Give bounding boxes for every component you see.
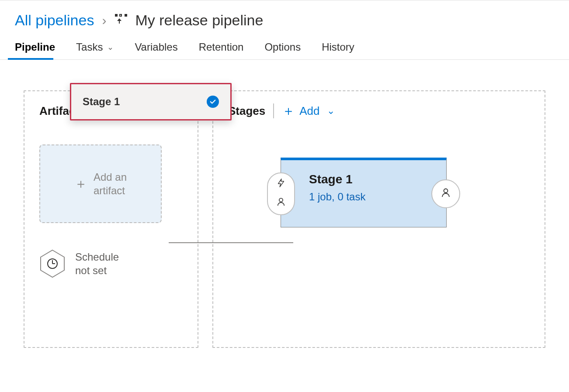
add-artifact-placeholder[interactable]: ＋ Add anartifact xyxy=(39,144,162,223)
stages-panel: Stages ＋ Add ⌄ xyxy=(212,90,545,348)
chevron-down-icon: ⌄ xyxy=(107,42,114,52)
artifacts-panel: Artifacts ＋ Add ＋ Add anartifact xyxy=(24,90,198,348)
stage-predeploy-conditions-button[interactable] xyxy=(267,172,295,215)
add-artifact-placeholder-text: Add anartifact xyxy=(94,170,127,197)
stages-heading: Stages xyxy=(228,104,265,118)
stages-panel-header: Stages ＋ Add ⌄ xyxy=(228,103,530,118)
pipeline-connector-line xyxy=(169,242,293,243)
tab-variables[interactable]: Variables xyxy=(135,38,177,59)
schedule-text: Schedulenot set xyxy=(75,250,119,277)
person-icon xyxy=(276,196,286,210)
tab-tasks-label: Tasks xyxy=(76,41,103,53)
schedule-button[interactable]: Schedulenot set xyxy=(39,249,183,278)
svg-point-5 xyxy=(444,189,448,193)
tab-tasks[interactable]: Tasks ⌄ xyxy=(76,38,114,59)
tab-history[interactable]: History xyxy=(322,38,354,59)
tasks-dropdown: Stage 1 xyxy=(70,83,232,120)
tab-bar: Pipeline Tasks ⌄ Variables Retention Opt… xyxy=(0,38,569,60)
tab-options[interactable]: Options xyxy=(264,38,301,59)
page-title: My release pipeline xyxy=(135,12,263,29)
stage-name: Stage 1 xyxy=(309,172,433,186)
tab-retention[interactable]: Retention xyxy=(199,38,244,59)
chevron-down-icon: ⌄ xyxy=(327,105,335,117)
chevron-right-icon: › xyxy=(102,13,106,28)
pipeline-icon xyxy=(114,14,127,27)
lightning-icon xyxy=(276,178,286,191)
stage-postdeploy-conditions-button[interactable] xyxy=(431,179,460,208)
stage-node-wrap: Stage 1 1 job, 0 task xyxy=(281,158,530,227)
tasks-dropdown-item-label: Stage 1 xyxy=(83,96,120,108)
breadcrumb-all-pipelines-link[interactable]: All pipelines xyxy=(15,12,94,29)
check-circle-icon xyxy=(207,96,219,108)
add-stage-label: Add xyxy=(299,104,319,118)
header-divider xyxy=(273,103,274,118)
add-stage-button[interactable]: ＋ Add ⌄ xyxy=(282,104,334,118)
person-icon xyxy=(441,187,451,201)
plus-icon: ＋ xyxy=(282,104,295,117)
breadcrumb: All pipelines › My release pipeline xyxy=(0,0,569,38)
plus-icon: ＋ xyxy=(74,175,87,193)
stage-jobs-tasks-link[interactable]: 1 job, 0 task xyxy=(309,191,365,203)
tab-pipeline[interactable]: Pipeline xyxy=(15,38,55,59)
svg-point-4 xyxy=(279,198,283,202)
clock-hex-icon xyxy=(39,249,66,278)
tasks-dropdown-item-stage-1[interactable]: Stage 1 xyxy=(71,84,230,119)
stage-card-stage-1[interactable]: Stage 1 1 job, 0 task xyxy=(281,158,447,227)
